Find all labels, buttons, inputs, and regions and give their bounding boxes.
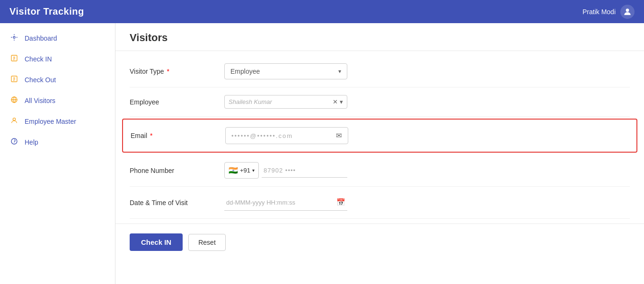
sidebar-item-checkout[interactable]: Check Out — [0, 69, 115, 90]
phone-prefix-select[interactable]: 🇮🇳 +91 ▾ — [224, 162, 259, 179]
date-input[interactable]: dd-MMM-yyyy HH:mm:ss 📅 — [224, 194, 347, 211]
clear-icon[interactable]: ✕ — [333, 98, 338, 105]
user-name: Pratik Modi — [582, 8, 616, 16]
phone-number-input[interactable] — [262, 164, 347, 178]
email-control-wrap[interactable]: ••••••@••••••.com ✉ — [225, 127, 415, 144]
sidebar-label-checkin: Check IN — [25, 55, 52, 63]
user-info: Pratik Modi — [582, 5, 635, 19]
phone-dropdown-icon: ▾ — [252, 168, 255, 173]
email-icon: ✉ — [336, 131, 342, 140]
chevron-down-icon[interactable]: ▾ — [340, 98, 343, 105]
calendar-icon[interactable]: 📅 — [336, 198, 345, 207]
main-layout: Dashboard Check IN Check Out All Visitor… — [0, 23, 644, 284]
checkout-icon — [9, 75, 19, 85]
sidebar-label-help: Help — [25, 138, 38, 146]
employee-icons: ✕ ▾ — [333, 98, 343, 105]
visitor-type-control[interactable]: Employee ▾ — [224, 63, 414, 79]
main-content: Visitors Visitor Type * Employee ▾ Emplo… — [115, 23, 644, 284]
phone-control-wrap: 🇮🇳 +91 ▾ — [224, 162, 414, 179]
sidebar: Dashboard Check IN Check Out All Visitor… — [0, 23, 115, 284]
sidebar-label-dashboard: Dashboard — [25, 34, 57, 42]
sidebar-label-all-visitors: All Visitors — [25, 97, 55, 104]
user-avatar — [620, 5, 635, 19]
sidebar-item-help[interactable]: Help — [0, 132, 115, 153]
visitor-type-row: Visitor Type * Employee ▾ — [130, 56, 630, 87]
svg-point-6 — [11, 138, 17, 144]
dashboard-icon — [9, 34, 19, 43]
sidebar-item-all-visitors[interactable]: All Visitors — [0, 90, 115, 111]
page-title: Visitors — [130, 32, 630, 44]
app-header: Visitor Tracking Pratik Modi — [0, 0, 644, 23]
date-control-wrap[interactable]: dd-MMM-yyyy HH:mm:ss 📅 — [224, 194, 414, 211]
email-value: ••••••@••••••.com — [231, 132, 336, 139]
date-label: Date & Time of Visit — [130, 199, 224, 207]
phone-row: Phone Number 🇮🇳 +91 ▾ — [130, 155, 630, 187]
reset-button[interactable]: Reset — [188, 234, 226, 251]
employee-select[interactable]: Shailesh Kumar ✕ ▾ — [224, 95, 347, 109]
employee-label: Employee — [130, 98, 224, 106]
visitor-type-value: Employee — [230, 68, 260, 75]
svg-point-5 — [13, 118, 15, 120]
help-icon — [9, 138, 19, 147]
employee-control-wrap[interactable]: Shailesh Kumar ✕ ▾ — [224, 95, 414, 109]
svg-point-0 — [626, 9, 629, 12]
checkin-icon — [9, 54, 19, 64]
date-placeholder: dd-MMM-yyyy HH:mm:ss — [226, 199, 295, 206]
action-area: Check IN Reset — [115, 224, 644, 260]
sidebar-item-employee-master[interactable]: Employee Master — [0, 111, 115, 132]
all-visitors-icon — [9, 96, 19, 105]
email-label: Email * — [131, 132, 225, 139]
app-title: Visitor Tracking — [9, 6, 84, 17]
sidebar-item-dashboard[interactable]: Dashboard — [0, 28, 115, 49]
email-input[interactable]: ••••••@••••••.com ✉ — [225, 127, 348, 144]
employee-row: Employee Shailesh Kumar ✕ ▾ — [130, 87, 630, 117]
sidebar-label-checkout: Check Out — [25, 76, 56, 84]
page-header: Visitors — [115, 23, 644, 51]
employee-value: Shailesh Kumar — [229, 98, 333, 105]
phone-input-group: 🇮🇳 +91 ▾ — [224, 162, 347, 179]
visitor-type-select[interactable]: Employee ▾ — [224, 63, 347, 79]
email-highlight-box: Email * ••••••@••••••.com ✉ — [122, 119, 637, 153]
employee-master-icon — [9, 117, 19, 126]
phone-label: Phone Number — [130, 167, 224, 174]
sidebar-label-employee-master: Employee Master — [25, 118, 76, 125]
phone-prefix-value: +91 — [240, 167, 250, 174]
checkin-button[interactable]: Check IN — [130, 233, 183, 251]
svg-point-1 — [13, 36, 15, 38]
sidebar-item-checkin[interactable]: Check IN — [0, 49, 115, 69]
form-area: Visitor Type * Employee ▾ Employee Shail… — [115, 51, 644, 224]
chevron-down-icon: ▾ — [338, 68, 341, 75]
india-flag: 🇮🇳 — [229, 166, 238, 175]
email-row: Email * ••••••@••••••.com ✉ — [131, 120, 629, 152]
visitor-type-label: Visitor Type * — [130, 68, 224, 75]
date-row: Date & Time of Visit dd-MMM-yyyy HH:mm:s… — [130, 187, 630, 219]
